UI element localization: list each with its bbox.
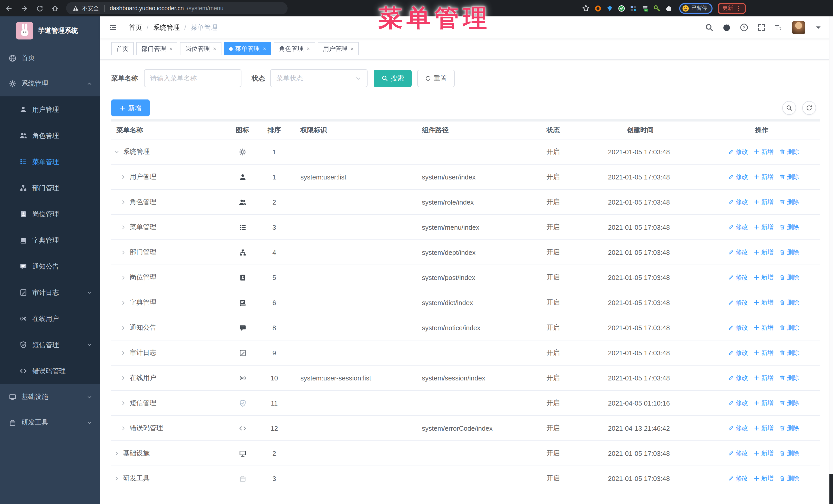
sidebar-item[interactable]: 通知公告 xyxy=(0,253,100,280)
extension-puzzle-icon[interactable] xyxy=(664,4,673,13)
search-button[interactable] xyxy=(705,23,714,32)
sidebar-item[interactable]: 研发工具 xyxy=(0,410,100,435)
delete-link[interactable]: 删除 xyxy=(779,323,799,332)
sidebar-collapse-button[interactable] xyxy=(109,23,117,32)
delete-link[interactable]: 删除 xyxy=(779,374,799,382)
sidebar-item[interactable]: 短信管理 xyxy=(0,332,100,358)
add-child-link[interactable]: 新增 xyxy=(754,273,774,282)
question-button[interactable]: ? xyxy=(740,23,748,32)
page-scrollbar[interactable] xyxy=(829,17,833,504)
caret-down-button[interactable] xyxy=(814,23,823,32)
delete-link[interactable]: 删除 xyxy=(779,349,799,357)
chevron-right-icon[interactable] xyxy=(120,224,126,230)
tab-item[interactable]: 岗位管理× xyxy=(180,42,221,55)
close-icon[interactable]: × xyxy=(169,46,172,52)
browser-update-button[interactable]: 更新⋮ xyxy=(718,3,746,14)
delete-link[interactable]: 删除 xyxy=(779,147,799,156)
tab-item[interactable]: 用户管理× xyxy=(318,42,359,55)
add-child-link[interactable]: 新增 xyxy=(754,424,774,432)
delete-link[interactable]: 删除 xyxy=(779,248,799,257)
sidebar-item[interactable]: 首页 xyxy=(0,45,100,71)
chevron-right-icon[interactable] xyxy=(120,300,126,305)
scrollbar-thumb[interactable] xyxy=(829,474,833,504)
edit-link[interactable]: 修改 xyxy=(728,449,748,458)
edit-link[interactable]: 修改 xyxy=(728,172,748,181)
chevron-right-icon[interactable] xyxy=(120,249,126,255)
github-button[interactable] xyxy=(722,23,731,32)
menu-name-input[interactable] xyxy=(144,69,241,87)
kebab-menu-icon[interactable]: ⋮ xyxy=(736,5,741,11)
chevron-right-icon[interactable] xyxy=(120,425,126,431)
edit-link[interactable]: 修改 xyxy=(728,298,748,307)
back-button[interactable] xyxy=(5,4,13,12)
tab-item[interactable]: 角色管理× xyxy=(274,42,315,55)
add-child-link[interactable]: 新增 xyxy=(754,374,774,382)
fullscreen-button[interactable] xyxy=(757,23,766,32)
add-child-link[interactable]: 新增 xyxy=(754,248,774,257)
user-avatar[interactable] xyxy=(792,21,805,34)
extension-gem-icon[interactable] xyxy=(605,4,614,13)
close-icon[interactable]: × xyxy=(351,46,354,52)
sidebar-item[interactable]: 在线用户 xyxy=(0,306,100,332)
close-icon[interactable]: × xyxy=(213,46,216,52)
add-child-link[interactable]: 新增 xyxy=(754,474,774,483)
reset-button[interactable]: 重置 xyxy=(417,70,455,87)
sidebar-logo[interactable]: 芋道管理系统 xyxy=(0,17,100,45)
address-bar[interactable]: 不安全 dashboard.yudao.iocoder.cn/system/me… xyxy=(66,2,288,14)
sidebar-item[interactable]: 系统管理 xyxy=(0,71,100,96)
refresh-table-button[interactable] xyxy=(802,101,816,115)
add-child-link[interactable]: 新增 xyxy=(754,172,774,181)
chevron-right-icon[interactable] xyxy=(120,350,126,356)
delete-link[interactable]: 删除 xyxy=(779,198,799,207)
tab-item[interactable]: 部门管理× xyxy=(136,42,177,55)
sidebar-item[interactable]: 字典管理 xyxy=(0,227,100,253)
tab-active[interactable]: 菜单管理× xyxy=(224,42,271,55)
extension-paused-badge[interactable]: 已暂停 xyxy=(679,3,713,14)
breadcrumb-item[interactable]: 首页 xyxy=(129,23,142,32)
edit-link[interactable]: 修改 xyxy=(728,323,748,332)
edit-link[interactable]: 修改 xyxy=(728,147,748,156)
edit-link[interactable]: 修改 xyxy=(728,273,748,282)
chevron-right-icon[interactable] xyxy=(120,174,126,180)
status-select[interactable]: 菜单状态 xyxy=(270,69,367,87)
delete-link[interactable]: 删除 xyxy=(779,273,799,282)
sidebar-item[interactable]: 菜单管理 xyxy=(0,149,100,175)
forward-button[interactable] xyxy=(21,4,28,12)
edit-link[interactable]: 修改 xyxy=(728,399,748,407)
sidebar-item[interactable]: 用户管理 xyxy=(0,96,100,123)
edit-link[interactable]: 修改 xyxy=(728,424,748,432)
add-child-link[interactable]: 新增 xyxy=(754,349,774,357)
sidebar-item[interactable]: 岗位管理 xyxy=(0,201,100,227)
chevron-right-icon[interactable] xyxy=(120,400,126,406)
chevron-right-icon[interactable] xyxy=(114,450,119,456)
sidebar-item[interactable]: 基础设施 xyxy=(0,384,100,410)
edit-link[interactable]: 修改 xyxy=(728,198,748,207)
home-chrome-button[interactable] xyxy=(51,4,59,12)
delete-link[interactable]: 删除 xyxy=(779,172,799,181)
add-child-link[interactable]: 新增 xyxy=(754,298,774,307)
close-icon[interactable]: × xyxy=(307,46,310,52)
delete-link[interactable]: 删除 xyxy=(779,424,799,432)
add-child-link[interactable]: 新增 xyxy=(754,399,774,407)
sidebar-item[interactable]: 部门管理 xyxy=(0,175,100,201)
font-size-button[interactable]: Tt xyxy=(775,23,783,32)
edit-link[interactable]: 修改 xyxy=(728,248,748,257)
edit-link[interactable]: 修改 xyxy=(728,223,748,232)
extension-on-rows-icon[interactable]: on xyxy=(641,4,649,13)
chevron-right-icon[interactable] xyxy=(120,199,126,205)
sidebar-item[interactable]: 错误码管理 xyxy=(0,358,100,384)
breadcrumb-item[interactable]: 系统管理 xyxy=(153,23,180,32)
edit-link[interactable]: 修改 xyxy=(728,374,748,382)
chevron-right-icon[interactable] xyxy=(114,476,119,481)
chevron-right-icon[interactable] xyxy=(120,325,126,331)
delete-link[interactable]: 删除 xyxy=(779,223,799,232)
bookmark-star-icon[interactable] xyxy=(581,4,590,13)
add-child-link[interactable]: 新增 xyxy=(754,198,774,207)
edit-link[interactable]: 修改 xyxy=(728,474,748,483)
extension-check-circle-icon[interactable] xyxy=(617,4,626,13)
toggle-search-button[interactable] xyxy=(782,101,796,115)
reload-button[interactable] xyxy=(36,4,44,12)
close-icon[interactable]: × xyxy=(263,46,266,52)
edit-link[interactable]: 修改 xyxy=(728,349,748,357)
tab-item[interactable]: 首页 xyxy=(111,42,134,55)
